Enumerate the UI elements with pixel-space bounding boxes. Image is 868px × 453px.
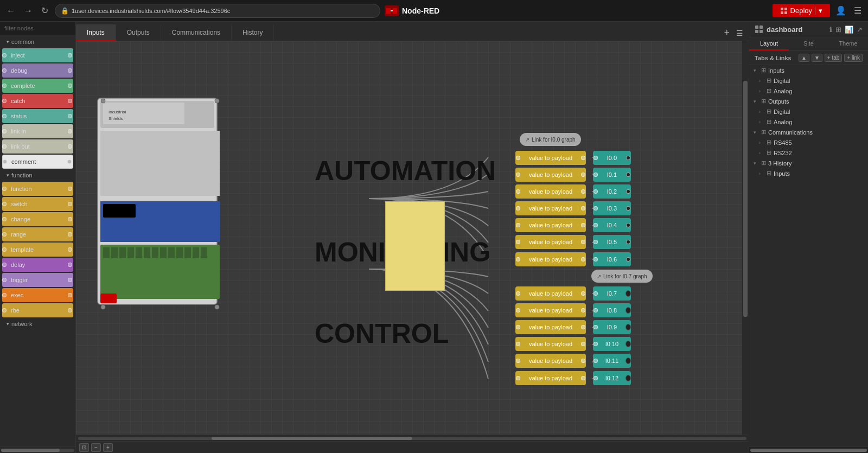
io-node-11[interactable]: I0.11 (593, 354, 631, 368)
tabs-links-header: Tabs & Links ▲ ▼ + tab + link (749, 51, 868, 65)
url-bar[interactable]: 🔒 1user.devices.industrialshields.com/#f… (55, 4, 380, 18)
category-common[interactable]: ▾ common (2, 36, 73, 47)
link-node-1[interactable]: ↗ Link for I0.0 graph (520, 133, 581, 146)
node-function[interactable]: function (2, 182, 73, 196)
deploy-button[interactable]: Deploy ▾ (773, 4, 830, 17)
tree-comms-rs485[interactable]: › ⊞ RS485 (749, 137, 868, 148)
sidebar-scrollbar[interactable] (0, 446, 75, 453)
tab-history[interactable]: History (232, 24, 274, 41)
value-node-9[interactable]: value to payload (515, 320, 586, 334)
svg-rect-34 (755, 25, 758, 29)
io-node-10[interactable]: I0.10 (593, 337, 631, 351)
tree-inputs[interactable]: ▾ ⊞ Inputs (749, 65, 868, 75)
menu-button[interactable]: ☰ (852, 3, 864, 18)
right-tab-theme[interactable]: Theme (828, 37, 868, 50)
tree-inputs-digital[interactable]: › ⊞ Digital (749, 75, 868, 86)
io-node-1[interactable]: I0.1 (593, 168, 631, 182)
zoom-fit-button[interactable]: ⊡ (79, 443, 89, 452)
value-node-3[interactable]: value to payload (515, 201, 586, 215)
value-node-4[interactable]: value to payload (515, 218, 586, 232)
category-function[interactable]: ▾ function (2, 170, 73, 181)
panel-layout-button[interactable]: ⊞ (835, 25, 841, 34)
arrow-down-button[interactable]: ▼ (812, 54, 822, 62)
svg-rect-35 (760, 25, 763, 29)
io-node-2[interactable]: I0.2 (593, 184, 631, 199)
text-automation: AUTOMATION (315, 155, 496, 187)
node-change[interactable]: change (2, 212, 73, 226)
node-catch[interactable]: catch (2, 94, 73, 108)
node-link-out[interactable]: link out (2, 139, 73, 154)
svg-point-32 (101, 305, 105, 309)
node-switch[interactable]: switch (2, 197, 73, 211)
io-node-4[interactable]: I0.4 (593, 218, 631, 232)
value-node-5[interactable]: value to payload (515, 235, 586, 249)
tab-list-button[interactable]: ☰ (734, 27, 745, 40)
deploy-dropdown-arrow[interactable]: ▾ (815, 7, 822, 15)
node-template[interactable]: template (2, 243, 73, 257)
tab-communications[interactable]: Communications (161, 24, 232, 41)
tree-outputs-analog[interactable]: › ⊞ Analog (749, 117, 868, 127)
filter-nodes-input[interactable] (0, 22, 75, 35)
node-exec[interactable]: exec (2, 288, 73, 302)
node-rbe[interactable]: rbe (2, 303, 73, 317)
value-node-8[interactable]: value to payload (515, 303, 586, 317)
add-tab-btn[interactable]: + tab (825, 54, 843, 62)
app-name: Node-RED (402, 7, 439, 15)
tab-inputs[interactable]: Inputs (76, 24, 116, 41)
node-trigger[interactable]: trigger (2, 273, 73, 287)
zoom-out-button[interactable]: − (91, 443, 101, 452)
tree-inputs-analog[interactable]: › ⊞ Analog (749, 86, 868, 96)
value-node-12[interactable]: value to payload (515, 371, 586, 385)
io-node-5[interactable]: I0.5 (593, 235, 631, 249)
add-link-btn[interactable]: + link (844, 54, 863, 62)
value-node-0[interactable]: value to payload (515, 151, 586, 165)
tree-outputs[interactable]: ▾ ⊞ Outputs (749, 96, 868, 106)
value-node-7[interactable]: value to payload (515, 286, 586, 301)
panel-chart-button[interactable]: 📊 (845, 25, 853, 34)
node-link-in[interactable]: link in (2, 124, 73, 138)
node-inject[interactable]: inject (2, 48, 73, 62)
refresh-button[interactable]: ↻ (39, 3, 50, 18)
node-comment[interactable]: comment (2, 155, 73, 169)
tab-outputs[interactable]: Outputs (116, 24, 161, 41)
io-node-8[interactable]: I0.8 (593, 303, 631, 317)
node-status[interactable]: status (2, 109, 73, 123)
canvas-vertical-scrollbar[interactable] (742, 41, 749, 435)
io-node-12[interactable]: I0.12 (593, 371, 631, 385)
right-tab-layout[interactable]: Layout (749, 37, 789, 50)
link-node-2[interactable]: ↗ Link for I0.7 graph (591, 270, 653, 283)
tree-history-inputs[interactable]: › ⊞ Inputs (749, 168, 868, 178)
tree-comms-rs232[interactable]: › ⊞ RS232 (749, 148, 868, 158)
arrow-up-button[interactable]: ▲ (799, 54, 809, 62)
tree-outputs-digital[interactable]: › ⊞ Digital (749, 106, 868, 117)
forward-button[interactable]: → (22, 4, 35, 18)
value-node-6[interactable]: value to payload (515, 252, 586, 266)
value-node-1[interactable]: value to payload (515, 168, 586, 182)
add-tab-button[interactable]: + (722, 25, 732, 41)
tree-communications[interactable]: ▾ ⊞ Communications (749, 127, 868, 137)
tab-actions: + ☰ (718, 25, 749, 41)
node-delay[interactable]: delay (2, 258, 73, 272)
value-node-2[interactable]: value to payload (515, 184, 586, 199)
io-node-9[interactable]: I0.9 (593, 320, 631, 334)
io-node-6[interactable]: I0.6 (593, 252, 631, 266)
category-network[interactable]: ▾ network (2, 318, 73, 329)
io-node-3[interactable]: I0.3 (593, 201, 631, 215)
svg-rect-22 (176, 247, 183, 258)
node-complete[interactable]: complete (2, 79, 73, 93)
value-node-11[interactable]: value to payload (515, 354, 586, 368)
node-debug[interactable]: debug (2, 63, 73, 78)
right-tab-site[interactable]: Site (789, 37, 828, 50)
zoom-in-button[interactable]: + (103, 443, 113, 452)
canvas-horizontal-scrollbar[interactable] (76, 435, 749, 441)
right-panel-scrollbar[interactable] (749, 446, 868, 453)
panel-external-button[interactable]: ↗ (857, 25, 863, 34)
value-node-10[interactable]: value to payload (515, 337, 586, 351)
panel-info-button[interactable]: ℹ (829, 25, 832, 34)
back-button[interactable]: ← (4, 4, 17, 18)
user-button[interactable]: 👤 (833, 3, 848, 18)
node-range[interactable]: range (2, 227, 73, 241)
tree-history[interactable]: ▾ ⊞ 3 History (749, 158, 868, 168)
io-node-0[interactable]: I0.0 (593, 151, 631, 165)
io-node-7[interactable]: I0.7 (593, 286, 631, 301)
